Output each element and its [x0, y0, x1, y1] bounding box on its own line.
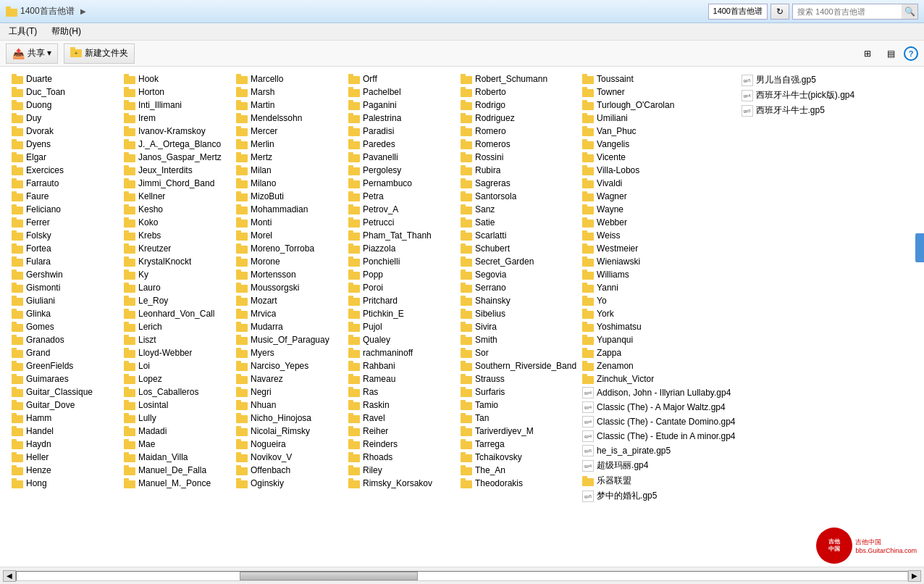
list-item[interactable]: Gismonti	[9, 281, 121, 294]
list-item[interactable]: Lloyd-Webber	[121, 346, 233, 359]
list-item[interactable]: Lully	[121, 412, 233, 425]
list-item[interactable]: Reinders	[345, 438, 458, 451]
list-item[interactable]: gp5男儿当自强.gp5	[739, 72, 858, 88]
list-item[interactable]: Pergolesy	[345, 164, 458, 177]
list-item[interactable]: Riley	[345, 464, 458, 477]
list-item[interactable]: Offenbach	[233, 464, 345, 477]
list-item[interactable]: Ravel	[345, 412, 458, 425]
list-item[interactable]: Janos_Gaspar_Mertz	[121, 151, 233, 164]
list-item[interactable]: Leonhard_Von_Call	[121, 307, 233, 320]
list-item[interactable]: Yoshimatsu	[579, 320, 738, 333]
list-item[interactable]: Rhoads	[345, 451, 458, 464]
scroll-thumb[interactable]	[240, 572, 418, 580]
list-item[interactable]: Petra	[345, 190, 458, 203]
list-item[interactable]: Smith	[458, 333, 579, 346]
view-options-button[interactable]: ⊞	[857, 45, 878, 62]
list-item[interactable]: Hamm	[9, 412, 121, 425]
list-item[interactable]: Jeux_Interdits	[121, 164, 233, 177]
menu-help[interactable]: 帮助(H)	[49, 24, 84, 39]
list-item[interactable]: KrystalKnockt	[121, 255, 233, 268]
list-item[interactable]: Paredes	[345, 138, 458, 151]
list-item[interactable]: Gomes	[9, 320, 121, 333]
list-item[interactable]: Rodrigo	[458, 99, 579, 112]
list-item[interactable]: Tariverdiyev_M	[458, 425, 579, 438]
list-item[interactable]: Ras	[345, 385, 458, 399]
address-bar[interactable]: 1400首吉他谱	[708, 4, 768, 20]
list-item[interactable]: Krebs	[121, 229, 233, 242]
search-button[interactable]: 🔍	[902, 4, 917, 19]
list-item[interactable]: Segovia	[458, 268, 579, 281]
list-item[interactable]: Folsky	[9, 229, 121, 242]
share-button[interactable]: 📤 共享 ▾	[6, 43, 58, 64]
list-item[interactable]: Music_Of_Paraguay	[233, 333, 345, 346]
list-item[interactable]: Villa-Lobos	[579, 164, 738, 177]
list-item[interactable]: Sivira	[458, 320, 579, 333]
list-item[interactable]: Inti_Illimani	[121, 99, 233, 112]
list-item[interactable]: Marcello	[233, 72, 345, 85]
list-item[interactable]: Heller	[9, 451, 121, 464]
list-item[interactable]: Exercices	[9, 164, 121, 177]
list-item[interactable]: Paganini	[345, 99, 458, 112]
list-item[interactable]: Vivaldi	[579, 177, 738, 190]
list-item[interactable]: Guitar_Dove	[9, 399, 121, 412]
list-item[interactable]: Orff	[345, 72, 458, 85]
list-item[interactable]: Petrov_A	[345, 203, 458, 216]
scroll-track[interactable]	[16, 571, 908, 581]
list-item[interactable]: Farrauto	[9, 177, 121, 190]
list-item[interactable]: Grand	[9, 346, 121, 359]
refresh-button[interactable]: ↻	[770, 4, 789, 20]
list-item[interactable]: Irem	[121, 112, 233, 125]
list-item[interactable]: Sagreras	[458, 177, 579, 190]
list-item[interactable]: Webber	[579, 216, 738, 229]
list-item[interactable]: Maidan_Villa	[121, 451, 233, 464]
list-item[interactable]: gp4Classic (The) - A Major Waltz.gp4	[579, 400, 738, 414]
list-item[interactable]: York	[579, 307, 738, 320]
list-item[interactable]: Towner	[579, 85, 738, 99]
list-item[interactable]: Ivanov-Kramskoy	[121, 125, 233, 138]
search-bar[interactable]: 🔍	[792, 4, 918, 20]
list-item[interactable]: Ferrer	[9, 216, 121, 229]
list-item[interactable]: Pernambuco	[345, 177, 458, 190]
list-item[interactable]: Rameau	[345, 372, 458, 385]
list-item[interactable]: Horton	[121, 85, 233, 99]
list-item[interactable]: Williams	[579, 268, 738, 281]
list-item[interactable]: Kellner	[121, 190, 233, 203]
list-item[interactable]: Monti	[233, 216, 345, 229]
list-item[interactable]: Pham_Tat_Thanh	[345, 229, 458, 242]
list-item[interactable]: Duc_Toan	[9, 85, 121, 99]
list-item[interactable]: Schubert	[458, 242, 579, 255]
list-item[interactable]: Fortea	[9, 242, 121, 255]
list-item[interactable]: Navarez	[233, 372, 345, 385]
list-item[interactable]: Yupanqui	[579, 333, 738, 346]
list-item[interactable]: Mortensson	[233, 268, 345, 281]
list-item[interactable]: gp4西班牙斗牛士(pick版).gp4	[739, 88, 858, 103]
list-item[interactable]: Mercer	[233, 125, 345, 138]
list-item[interactable]: Tamio	[458, 399, 579, 412]
list-item[interactable]: Sibelius	[458, 307, 579, 320]
list-item[interactable]: Wayne	[579, 203, 738, 216]
list-item[interactable]: Glinka	[9, 307, 121, 320]
list-item[interactable]: Van_Phuc	[579, 125, 738, 138]
list-item[interactable]: Narciso_Yepes	[233, 359, 345, 372]
list-item[interactable]: Reiher	[345, 425, 458, 438]
list-item[interactable]: Santorsola	[458, 190, 579, 203]
list-item[interactable]: Duy	[9, 112, 121, 125]
list-item[interactable]: Nicho_Hinojosa	[233, 412, 345, 425]
list-item[interactable]: Turlough_O'Carolan	[579, 99, 738, 112]
list-item[interactable]: Granados	[9, 333, 121, 346]
list-item[interactable]: Scarlatti	[458, 229, 579, 242]
list-item[interactable]: Robert_Schumann	[458, 72, 579, 85]
list-item[interactable]: gp4超级玛丽.gp4	[579, 458, 738, 473]
list-item[interactable]: Roberto	[458, 85, 579, 99]
list-item[interactable]: Popp	[345, 268, 458, 281]
list-item[interactable]: Vicente	[579, 151, 738, 164]
list-item[interactable]: Madadi	[121, 425, 233, 438]
list-item[interactable]: Mudarra	[233, 320, 345, 333]
list-item[interactable]: GreenFields	[9, 359, 121, 372]
list-item[interactable]: Milano	[233, 177, 345, 190]
list-item[interactable]: The_An	[458, 464, 579, 477]
list-item[interactable]: Theodorakis	[458, 477, 579, 490]
help-button[interactable]: ?	[904, 46, 918, 61]
list-item[interactable]: Faure	[9, 190, 121, 203]
list-item[interactable]: Wieniawski	[579, 255, 738, 268]
